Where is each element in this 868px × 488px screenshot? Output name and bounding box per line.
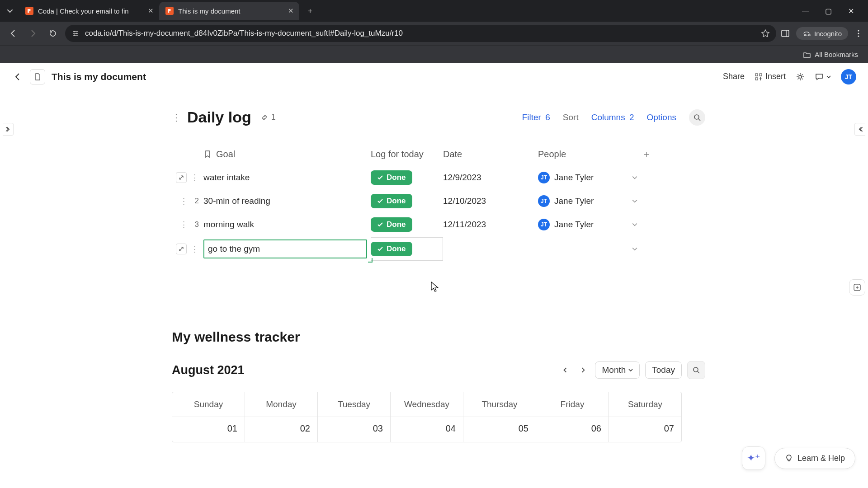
calendar-day[interactable]: 02	[245, 417, 318, 442]
sort-button[interactable]: Sort	[563, 113, 579, 122]
site-settings-icon[interactable]	[71, 29, 80, 38]
table-row[interactable]: ⋮go to the gymDone	[172, 236, 705, 262]
document-title[interactable]: This is my document	[52, 71, 146, 82]
bookmark-star-icon[interactable]	[761, 29, 770, 38]
svg-rect-3	[782, 30, 789, 37]
calendar-today-button[interactable]: Today	[645, 361, 682, 379]
reload-icon[interactable]	[45, 26, 61, 41]
svg-point-6	[858, 33, 859, 34]
insert-button[interactable]: Insert	[755, 72, 786, 81]
person-name: Jane Tyler	[554, 196, 594, 206]
kebab-menu-icon[interactable]	[854, 29, 863, 38]
tab-coda-email[interactable]: Coda | Check your email to fin ✕	[19, 2, 159, 20]
document-icon[interactable]	[30, 69, 45, 84]
chevron-down-icon[interactable]	[632, 198, 637, 204]
column-header-log[interactable]: Log for today	[371, 149, 443, 160]
svg-rect-9	[760, 74, 762, 76]
all-bookmarks-button[interactable]: All Bookmarks	[803, 51, 858, 59]
goal-cell[interactable]: 30-min of reading	[203, 196, 371, 206]
calendar-day[interactable]: 06	[536, 417, 609, 442]
add-column-button[interactable]: ＋	[637, 148, 656, 160]
share-button[interactable]: Share	[723, 72, 745, 81]
drag-handle-icon[interactable]: ⋮	[190, 244, 199, 254]
backlinks-chip[interactable]: 1	[260, 113, 276, 122]
side-panel-icon[interactable]	[781, 29, 790, 38]
side-add-button[interactable]	[849, 279, 865, 296]
calendar-day[interactable]: 03	[318, 417, 391, 442]
date-cell[interactable]: 12/10/2023	[443, 196, 538, 206]
calendar-day[interactable]: 05	[463, 417, 536, 442]
people-cell[interactable]	[538, 246, 637, 252]
back-icon[interactable]	[5, 26, 21, 41]
date-cell[interactable]: 12/11/2023	[443, 220, 538, 230]
plus-sparkle-icon	[853, 283, 861, 291]
people-cell[interactable]: JTJane Tyler	[538, 219, 637, 230]
settings-button[interactable]	[796, 72, 805, 81]
table-row[interactable]: ⋮water intakeDone12/9/2023JTJane Tyler	[172, 166, 705, 189]
chevron-down-icon[interactable]	[632, 175, 637, 180]
options-button[interactable]: Options	[647, 113, 676, 122]
search-icon	[693, 114, 701, 121]
all-bookmarks-label: All Bookmarks	[815, 51, 858, 58]
section-title[interactable]: Daily log	[187, 108, 251, 126]
app-back-button[interactable]	[12, 71, 24, 83]
date-cell[interactable]: 12/9/2023	[443, 173, 538, 183]
learn-help-button[interactable]: Learn & Help	[774, 448, 855, 469]
comments-button[interactable]	[815, 72, 831, 81]
column-header-goal[interactable]: Goal	[203, 149, 371, 160]
svg-rect-10	[755, 78, 758, 80]
calendar-next[interactable]	[577, 364, 590, 376]
people-cell[interactable]: JTJane Tyler	[538, 172, 637, 183]
done-pill[interactable]: Done	[371, 242, 412, 256]
goal-input[interactable]: go to the gym	[203, 239, 367, 258]
table-search-button[interactable]	[689, 109, 705, 126]
chevron-down-icon[interactable]	[632, 222, 637, 227]
columns-button[interactable]: Columns 2	[591, 113, 634, 122]
close-icon[interactable]: ✕	[146, 7, 155, 15]
calendar-day[interactable]: 04	[391, 417, 463, 442]
drag-handle-icon[interactable]: ⋮	[179, 196, 188, 206]
done-pill[interactable]: Done	[371, 194, 412, 208]
done-pill[interactable]: Done	[371, 170, 412, 185]
expand-row-icon[interactable]	[176, 172, 187, 183]
chevron-down-icon[interactable]	[632, 246, 637, 252]
weekday-header: Monday	[245, 392, 318, 417]
close-window-icon[interactable]: ✕	[845, 7, 856, 15]
table-row[interactable]: ⋮230-min of readingDone12/10/2023JTJane …	[172, 189, 705, 213]
minimize-icon[interactable]: —	[800, 7, 811, 15]
new-tab-button[interactable]: ＋	[303, 4, 317, 18]
calendar-prev[interactable]	[559, 364, 571, 376]
tracker-title[interactable]: My wellness tracker	[172, 329, 705, 345]
maximize-icon[interactable]: ▢	[823, 7, 834, 15]
calendar-day[interactable]: 07	[609, 417, 681, 442]
tab-search-dropdown[interactable]	[4, 5, 16, 17]
people-cell[interactable]: JTJane Tyler	[538, 195, 637, 207]
svg-line-13	[698, 119, 700, 121]
table-row[interactable]: ⋮3morning walkDone12/11/2023JTJane Tyler	[172, 213, 705, 236]
tab-this-is-my-document[interactable]: This is my document ✕	[159, 2, 299, 20]
calendar-search-button[interactable]	[687, 361, 705, 379]
forward-icon[interactable]	[25, 26, 41, 41]
drag-handle-icon[interactable]: ⋮	[190, 173, 199, 183]
filter-button[interactable]: Filter 6	[522, 113, 550, 122]
chevron-down-icon	[628, 368, 633, 372]
incognito-badge[interactable]: Incognito	[796, 27, 848, 40]
svg-line-15	[698, 371, 699, 373]
goal-cell[interactable]: morning walk	[203, 220, 371, 230]
drag-handle-icon[interactable]: ⋮	[179, 220, 188, 230]
column-header-date[interactable]: Date	[443, 149, 538, 160]
calendar-day[interactable]: 01	[172, 417, 245, 442]
drag-handle-icon[interactable]: ⋮	[172, 113, 181, 122]
omnibox[interactable]: coda.io/d/This-is-my-document_d84Iv0ZibP…	[65, 25, 776, 42]
column-header-people[interactable]: People	[538, 149, 637, 160]
close-icon[interactable]: ✕	[287, 7, 295, 15]
expand-row-icon[interactable]	[176, 244, 187, 254]
weekday-header: Friday	[536, 392, 609, 417]
ai-assistant-button[interactable]: ✦⁺	[742, 446, 765, 470]
tab-strip: Coda | Check your email to fin ✕ This is…	[0, 0, 868, 22]
link-icon	[260, 113, 269, 122]
done-pill[interactable]: Done	[371, 217, 412, 232]
user-avatar[interactable]: JT	[841, 69, 856, 84]
calendar-view-select[interactable]: Month	[595, 361, 640, 379]
goal-cell[interactable]: water intake	[203, 173, 371, 183]
